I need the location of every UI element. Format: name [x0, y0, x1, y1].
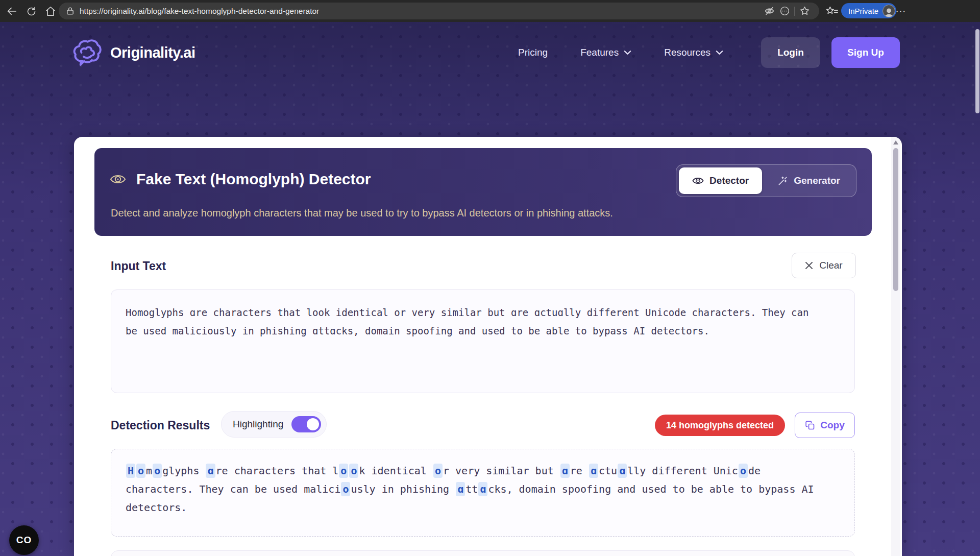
inprivate-label: InPrivate [848, 7, 878, 15]
mode-tabs: Detector Generator [676, 164, 856, 197]
tab-generator[interactable]: Generator [764, 167, 853, 194]
widget-scrollbar[interactable] [891, 137, 900, 556]
copy-button[interactable]: Copy [795, 413, 855, 438]
page-title: Fake Text (Homoglyph) Detector [136, 171, 371, 188]
home-icon [45, 6, 56, 17]
signup-button[interactable]: Sign Up [831, 37, 900, 68]
highlighting-toggle[interactable] [291, 416, 321, 432]
next-section-box [111, 550, 855, 556]
homoglyph-highlight: o [739, 464, 748, 478]
address-bar[interactable]: https://originality.ai/blog/fake-text-ho… [59, 3, 819, 19]
eye-icon [692, 176, 704, 185]
chevron-down-icon [716, 50, 723, 55]
results-box: Homoglyphs ɑre characters that look iden… [111, 449, 855, 537]
home-button[interactable] [42, 3, 59, 20]
homoglyph-highlight: ɑ [478, 482, 487, 496]
tool-subtitle: Detect and analyze homoglyph characters … [111, 207, 613, 219]
clear-x-icon [805, 261, 813, 270]
star-icon [799, 6, 810, 16]
login-button[interactable]: Login [761, 37, 820, 68]
url-text[interactable]: https://originality.ai/blog/fake-text-ho… [80, 7, 762, 16]
eye-slash-icon [764, 6, 775, 16]
tool-card: Fake Text (Homoglyph) Detector Detect an… [74, 137, 902, 556]
favorite-star-button[interactable] [797, 4, 812, 19]
homoglyph-highlight: o [341, 482, 350, 496]
homoglyph-count-badge: 14 homoglyphs detected [655, 415, 785, 436]
scrollbar-thumb[interactable] [893, 148, 898, 291]
back-icon [6, 6, 17, 17]
screen: { "browser": { "url": "https://originali… [0, 0, 980, 556]
homoglyph-highlight: o [153, 464, 162, 478]
tab-detector[interactable]: Detector [679, 167, 762, 194]
homoglyph-highlight: H [126, 464, 135, 478]
homoglyph-highlight: ɑ [589, 464, 598, 478]
nav-pricing[interactable]: Pricing [518, 47, 548, 58]
split-screen-button[interactable] [777, 4, 792, 19]
browser-menu-button[interactable]: ⋯ [892, 3, 910, 20]
back-button[interactable] [3, 3, 20, 20]
browser-toolbar: https://originality.ai/blog/fake-text-ho… [0, 0, 980, 22]
web-page: Originality.ai Pricing Features Resource… [0, 22, 980, 556]
tool-header: Fake Text (Homoglyph) Detector Detect an… [94, 148, 872, 236]
nav-features[interactable]: Features [580, 47, 631, 58]
toggle-knob [307, 418, 319, 430]
homoglyph-highlight: o [339, 464, 348, 478]
page-scrollbar-thumb[interactable] [975, 29, 979, 113]
tool-title-row: Fake Text (Homoglyph) Detector [110, 171, 371, 188]
favorites-button[interactable] [824, 4, 840, 19]
address-bar-divider [794, 7, 795, 16]
input-textarea[interactable]: Homoglyphs ɑre characters that look iden… [111, 289, 855, 393]
homoglyph-highlight: ɑ [618, 464, 627, 478]
magic-wand-icon [777, 176, 788, 186]
copy-icon [805, 420, 815, 430]
highlighting-control: Highlighting [221, 411, 327, 438]
favorites-list-icon [826, 5, 838, 17]
logo-text: Originality.ai [110, 44, 195, 61]
site-logo[interactable]: Originality.ai [71, 38, 195, 67]
homoglyph-highlight: o [349, 464, 358, 478]
brain-logo-icon [71, 38, 103, 67]
site-header: Originality.ai Pricing Features Resource… [0, 35, 980, 70]
highlighting-label: Highlighting [233, 419, 283, 430]
eye-icon [110, 173, 126, 186]
inprivate-badge[interactable]: InPrivate [841, 3, 896, 18]
nav-resources[interactable]: Resources [664, 47, 723, 58]
main-nav: Pricing Features Resources [518, 47, 723, 58]
chat-widget-label: CO [16, 535, 32, 546]
refresh-button[interactable] [22, 3, 40, 20]
homoglyph-highlight: ɑ [206, 464, 215, 478]
lock-icon [66, 6, 75, 16]
chevron-down-icon [624, 50, 631, 55]
more-circle-icon [779, 6, 790, 16]
homoglyph-highlight: o [136, 464, 145, 478]
refresh-icon [26, 6, 37, 17]
results-heading: Detection Results [111, 419, 210, 432]
clear-button[interactable]: Clear [792, 253, 856, 278]
homoglyph-highlight: o [433, 464, 443, 478]
homoglyph-highlight: ɑ [560, 464, 570, 478]
results-text: Homoglyphs ɑre characters that look iden… [126, 462, 840, 517]
tracking-hide-button[interactable] [762, 4, 777, 19]
input-heading: Input Text [111, 259, 166, 273]
chat-widget-button[interactable]: CO [9, 525, 39, 555]
scroll-up-arrow-icon[interactable] [893, 140, 898, 144]
homoglyph-highlight: ɑ [456, 482, 465, 496]
